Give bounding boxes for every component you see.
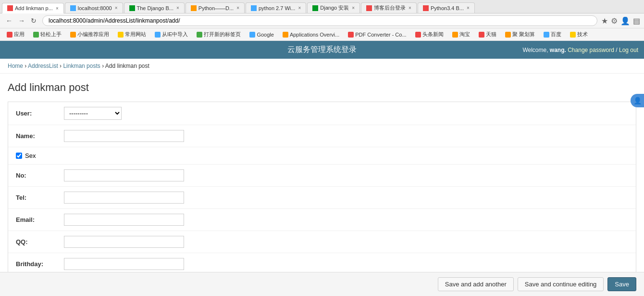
username: wang. [550, 47, 566, 53]
qq-input[interactable] [64, 236, 184, 248]
save-continue-button[interactable]: Save and continue editing [518, 277, 604, 291]
bookmark-label: 技术 [577, 31, 588, 38]
breadcrumb: Home › AddressList › Linkman posts › Add… [0, 59, 644, 74]
tab-favicon [251, 5, 257, 11]
bookmark-recommend[interactable]: 小编推荐应用 [67, 30, 112, 39]
address-icons: ★ ⚙ 👤 ▤ [601, 16, 640, 26]
sex-checkbox[interactable] [16, 153, 22, 159]
refresh-button[interactable]: ↻ [29, 16, 38, 26]
bookmark-label: 天猫 [486, 31, 496, 38]
bookmark-applications[interactable]: Applications Overvi... [280, 31, 342, 39]
bookmark-taobao[interactable]: 淘宝 [449, 30, 473, 39]
sex-row: Sex [8, 147, 636, 165]
bookmark-news[interactable]: 头条新闻 [412, 30, 446, 39]
breadcrumb-current: Add linkman post [105, 63, 149, 69]
bookmark-icon [155, 32, 161, 38]
tab-close[interactable]: × [115, 5, 118, 11]
bookmark-label: Applications Overvi... [290, 32, 339, 38]
welcome-text: Welcome, [522, 47, 549, 53]
tab-4[interactable]: Python——D... × [186, 2, 245, 13]
bookmark-icon [33, 32, 39, 38]
bookmark-common[interactable]: 常用网站 [115, 30, 149, 39]
tab-close[interactable]: × [56, 6, 59, 11]
tab-5[interactable]: python 2.7 Wi... × [246, 2, 306, 13]
tab-3[interactable]: The Django B... × [124, 2, 185, 13]
tab-label: Python3.4 B... [431, 5, 464, 11]
tab-close[interactable]: × [236, 5, 239, 11]
breadcrumb-addresslist[interactable]: AddressList [28, 63, 58, 69]
tab-label: python 2.7 Wi... [259, 5, 295, 11]
breadcrumb-linkman-posts[interactable]: Linkman posts [63, 63, 100, 69]
bookmark-label: 应用 [14, 31, 25, 38]
address-bar: ← → ↻ ★ ⚙ 👤 ▤ [0, 13, 644, 28]
tel-label: Tel: [16, 194, 64, 201]
bookmark-label: PDF Converter - Co... [355, 32, 406, 38]
tab-7[interactable]: 博客后台登录 × [361, 2, 417, 13]
tab-close[interactable]: × [176, 5, 179, 11]
tab-close[interactable]: × [467, 5, 470, 11]
email-input[interactable] [64, 214, 184, 226]
bookmark-icon [7, 32, 12, 38]
tab-active[interactable]: Add linkman p... × [2, 3, 64, 13]
bookmark-new-tab[interactable]: 打开新的标签页 [194, 30, 244, 39]
tab-8[interactable]: Python3.4 B... × [418, 2, 475, 13]
tab-close[interactable]: × [352, 5, 355, 11]
save-add-another-button[interactable]: Save and add another [438, 277, 514, 291]
bookmark-juhuasuan[interactable]: 聚 聚划算 [502, 30, 538, 39]
no-label: No: [16, 172, 64, 179]
user-select[interactable]: --------- [64, 107, 122, 120]
change-password-link[interactable]: Change password [568, 47, 614, 53]
no-input[interactable] [64, 169, 184, 181]
browser-tabs: Add linkman p... × localhost:8000 × The … [0, 0, 644, 13]
tab-favicon [366, 5, 372, 11]
bookmark-label: 聚 聚划算 [512, 31, 535, 38]
bookmark-tech[interactable]: 技术 [567, 30, 591, 39]
separator: / [616, 47, 619, 53]
bookmark-apps[interactable]: 应用 [4, 30, 27, 39]
tab-label: Add linkman p... [15, 5, 53, 11]
form-footer: Save and add another Save and continue e… [0, 272, 644, 296]
brithday-input[interactable] [64, 258, 184, 270]
name-input[interactable] [64, 130, 184, 142]
bookmark-label: 百度 [551, 31, 561, 38]
tab-close[interactable]: × [409, 5, 411, 11]
bookmark-label: 打开新的标签页 [204, 31, 241, 38]
tab-favicon [70, 5, 76, 11]
bookmark-easy[interactable]: 轻松上手 [30, 30, 64, 39]
bookmark-icon [452, 32, 458, 38]
sex-label[interactable]: Sex [25, 152, 36, 159]
tab-close[interactable]: × [298, 5, 301, 11]
forward-button[interactable]: → [16, 16, 27, 26]
side-avatar[interactable]: 👤 [631, 94, 644, 107]
tab-6[interactable]: Django 安装 × [307, 2, 360, 13]
profile-icon[interactable]: 👤 [620, 16, 630, 26]
bookmarks-bar: 应用 轻松上手 小编推荐应用 常用网站 从IE中导入 打开新的标签页 Googl… [0, 28, 644, 41]
admin-header-right: Welcome, wang. Change password / Log out [522, 47, 638, 53]
tab-2[interactable]: localhost:8000 × [65, 2, 123, 13]
url-input[interactable] [42, 15, 597, 26]
save-button[interactable]: Save [607, 277, 636, 291]
name-label: Name: [16, 132, 64, 140]
bookmark-tmall[interactable]: 天猫 [476, 30, 499, 39]
logout-link[interactable]: Log out [619, 47, 638, 53]
tel-input[interactable] [64, 192, 184, 204]
bookmark-icon [570, 32, 576, 38]
bookmark-label: 淘宝 [459, 31, 470, 38]
breadcrumb-home[interactable]: Home [8, 63, 23, 69]
star-icon[interactable]: ★ [601, 16, 608, 26]
bookmark-label: 头条新闻 [422, 31, 444, 38]
bookmark-baidu[interactable]: 百度 [541, 30, 564, 39]
tab-favicon [129, 5, 135, 11]
bookmark-google[interactable]: Google [247, 31, 276, 39]
qq-label: QQ: [16, 238, 64, 245]
bookmark-pdf[interactable]: PDF Converter - Co... [345, 31, 409, 39]
bookmark-ie-import[interactable]: 从IE中导入 [152, 30, 191, 39]
settings-icon[interactable]: ⚙ [611, 16, 618, 26]
bookmark-icon [118, 32, 124, 38]
bookmark-icon [505, 32, 511, 38]
back-button[interactable]: ← [4, 16, 14, 26]
tab-label: Django 安装 [320, 4, 349, 12]
extension-icon[interactable]: ▤ [633, 16, 640, 26]
tab-label: The Django B... [137, 5, 173, 11]
tab-label: localhost:8000 [78, 5, 112, 11]
